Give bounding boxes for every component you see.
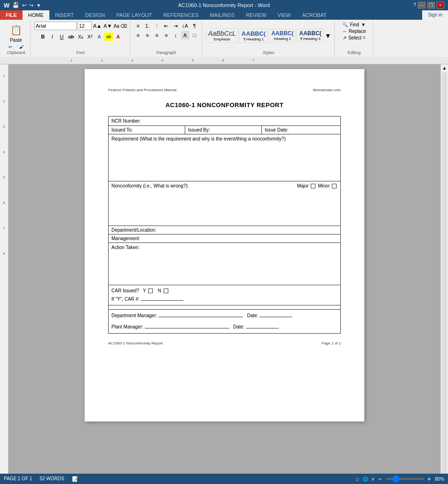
style-heading3[interactable]: AABBC( ¶ Heading 3 <box>297 29 323 42</box>
sort-btn[interactable]: ↕A <box>181 22 189 30</box>
bullets-btn[interactable]: ≡ <box>134 22 142 30</box>
strikethrough-btn[interactable]: ab <box>67 32 75 41</box>
styles-label: Styles <box>263 50 275 55</box>
car-issued-cell: CAR Issued? Y N If "Y", CAR #: <box>109 285 341 305</box>
font-size-input[interactable] <box>78 22 92 30</box>
bold-btn[interactable]: B <box>39 32 47 41</box>
nonconformity-cell: Nonconformity (i.e., What is wrong?): Ma… <box>109 181 341 226</box>
subscript-btn[interactable]: X₂ <box>76 32 85 41</box>
quick-redo[interactable]: ↪ <box>29 2 33 8</box>
window-controls: ? — ❐ ✕ <box>413 2 444 8</box>
ribbon-group-editing: 🔍 Find ▼ ↔ Replace ↗ Select = Editing <box>336 21 373 56</box>
management-row: Management: <box>109 234 341 243</box>
scroll-thumb[interactable] <box>442 72 447 475</box>
font-color-btn[interactable]: A <box>114 32 122 41</box>
show-marks-btn[interactable]: ¶ <box>190 22 199 30</box>
font-shrink-btn[interactable]: A▼ <box>103 23 112 29</box>
status-bar: PAGE 1 OF 1 52 WORDS 📝 □ 🌐 ≡ − + 80% <box>0 474 448 483</box>
ribbon-tabs: FILE HOME INSERT DESIGN PAGE LAYOUT REFE… <box>0 10 448 20</box>
main-area: 1 2 3 4 5 6 7 8 Finance Policies and Pro… <box>0 64 448 483</box>
align-left-btn[interactable]: ≡ <box>134 31 142 39</box>
car-issued-row: CAR Issued? Y N If "Y", CAR #: <box>109 285 341 305</box>
restore-btn[interactable]: ❐ <box>427 2 435 8</box>
line-spacing-btn[interactable]: ↕ <box>172 31 180 39</box>
style-heading1[interactable]: AABBC( ¶ Heading 1 <box>239 29 268 43</box>
car-n-checkbox[interactable] <box>164 289 168 293</box>
edit-mode-icon: 📝 <box>72 476 79 482</box>
font-name-input[interactable] <box>34 22 77 30</box>
shading-btn[interactable]: A <box>181 31 189 39</box>
scroll-up-btn[interactable]: ▲ <box>441 64 448 71</box>
justify-btn[interactable]: ≡ <box>162 31 171 39</box>
signature-cell: Department Manager: Date: Plant Manager:… <box>109 310 341 334</box>
tab-references[interactable]: REFERENCES <box>157 10 204 20</box>
tab-view[interactable]: VIEW <box>272 10 296 20</box>
paste-button[interactable]: 📋 Paste <box>5 22 27 44</box>
copy-btn[interactable]: 📄 <box>13 45 18 49</box>
zoom-in-btn[interactable]: + <box>427 475 431 483</box>
cut-btn[interactable]: ✂ <box>8 45 12 49</box>
document-scroll-area[interactable]: Finance Policies and Procedures Manual B… <box>8 64 440 483</box>
quick-save[interactable]: 💾 <box>12 2 19 8</box>
view-print-btn[interactable]: □ <box>356 476 359 482</box>
text-effect-btn[interactable]: A <box>95 32 103 41</box>
tab-home[interactable]: HOME <box>23 10 49 20</box>
ruler: 1 2 3 4 5 6 7 <box>0 57 448 64</box>
tab-insert[interactable]: INSERT <box>49 10 79 20</box>
replace-icon: ↔ <box>342 29 347 34</box>
italic-btn[interactable]: I <box>48 32 56 41</box>
highlight-btn[interactable]: ab <box>104 32 113 41</box>
find-btn[interactable]: 🔍 Find ▼ <box>341 22 366 28</box>
view-outline-btn[interactable]: ≡ <box>372 476 375 482</box>
requirement-cell: Requirement (What is the requirement and… <box>109 134 341 181</box>
paragraph-label: Paragraph <box>157 50 176 55</box>
change-case-btn[interactable]: Aa <box>113 23 119 29</box>
sign-in-btn[interactable]: Sign in <box>422 10 448 20</box>
zoom-out-btn[interactable]: − <box>378 475 382 483</box>
align-right-btn[interactable]: ≡ <box>153 31 161 39</box>
replace-btn[interactable]: ↔ Replace <box>341 28 367 34</box>
header-left: Finance Policies and Procedures Manual <box>108 88 176 92</box>
ribbon-group-paragraph: ≡ 1. ⋮ ⇤ ⇥ ↕A ¶ ≡ ≡ ≡ ≡ ↕ A □ Paragraph <box>131 21 202 56</box>
select-btn[interactable]: ↗ Select = <box>342 35 366 41</box>
style-emphasis[interactable]: AaBbCcL Emphasis <box>206 28 238 43</box>
numbering-btn[interactable]: 1. <box>143 22 152 30</box>
clear-format-btn[interactable]: ⌫ <box>120 23 127 29</box>
ncr-form-table: NCR Number: Issued To: Issued By: Issue … <box>108 116 341 334</box>
view-web-btn[interactable]: 🌐 <box>362 476 368 482</box>
font-grow-btn[interactable]: A▲ <box>93 23 102 29</box>
find-icon: 🔍 <box>342 22 348 27</box>
tab-page-layout[interactable]: PAGE LAYOUT <box>110 10 157 20</box>
close-btn[interactable]: ✕ <box>437 2 444 8</box>
styles-expand-btn[interactable]: ▼ <box>325 32 331 39</box>
tab-mailings[interactable]: MAILINGS <box>204 10 240 20</box>
ribbon-group-font: A▲ A▼ Aa ⌫ B I U ab X₂ X² A ab A Font <box>31 21 130 56</box>
align-center-btn[interactable]: ≡ <box>143 31 152 39</box>
car-y-checkbox[interactable] <box>148 289 153 293</box>
tab-file[interactable]: FILE <box>0 10 23 20</box>
superscript-btn[interactable]: X² <box>86 32 94 41</box>
multilevel-btn[interactable]: ⋮ <box>153 22 161 30</box>
tab-acrobat[interactable]: ACROBAT <box>296 10 332 20</box>
minor-checkbox[interactable] <box>332 184 337 188</box>
status-bar-right: □ 🌐 ≡ − + 80% <box>356 475 444 483</box>
border-btn[interactable]: □ <box>190 31 199 39</box>
right-scrollbar[interactable]: ▲ ▼ <box>440 64 448 483</box>
zoom-level: 80% <box>435 476 444 482</box>
tab-review[interactable]: REVIEW <box>240 10 272 20</box>
zoom-slider[interactable] <box>386 478 424 480</box>
decrease-indent-btn[interactable]: ⇤ <box>162 22 171 30</box>
window-title: AC1060-1 Nonconformity Report - Word <box>178 2 270 8</box>
quick-more[interactable]: ▼ <box>36 3 41 8</box>
editing-label: Editing <box>347 50 361 55</box>
underline-btn[interactable]: U <box>57 32 66 41</box>
quick-undo[interactable]: ↩ <box>22 2 26 8</box>
minimize-btn[interactable]: — <box>418 2 425 8</box>
increase-indent-btn[interactable]: ⇥ <box>172 22 180 30</box>
tab-design[interactable]: DESIGN <box>79 10 110 20</box>
format-painter-btn[interactable]: 🖌 <box>19 45 24 49</box>
style-heading2[interactable]: AABBC( Heading 2 <box>269 29 296 42</box>
help-btn[interactable]: ? <box>413 2 416 8</box>
major-checkbox[interactable] <box>311 184 315 188</box>
header-right: Bizmanualz.com <box>313 88 341 92</box>
